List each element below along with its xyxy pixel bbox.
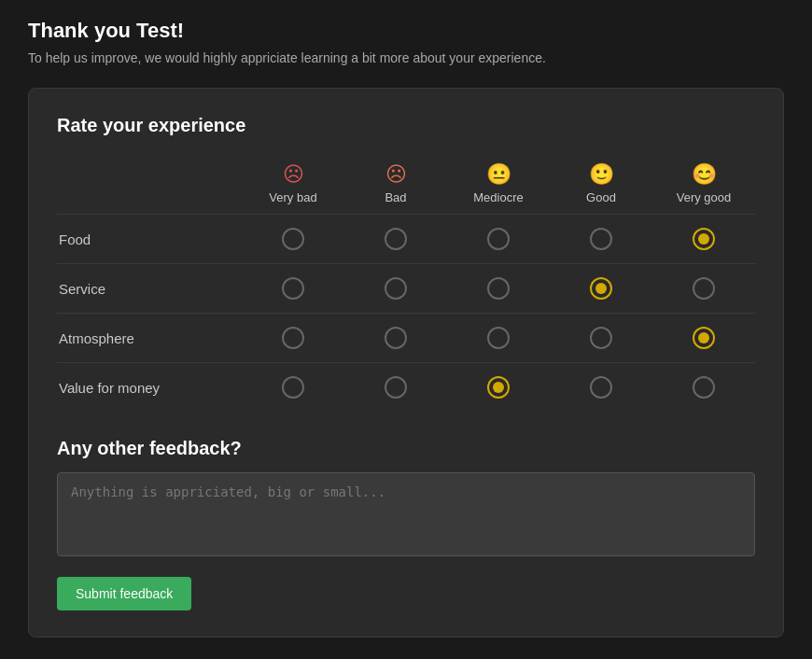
radio-service-mediocre[interactable] <box>487 277 510 300</box>
cell-food-very-good[interactable] <box>652 215 755 264</box>
radio-atmosphere-very-good[interactable] <box>693 327 715 349</box>
row-label-service: Service <box>57 264 242 314</box>
cell-value-for-money-good[interactable] <box>550 363 652 413</box>
radio-food-very-bad[interactable] <box>282 228 304 250</box>
cell-atmosphere-very-good[interactable] <box>652 314 755 363</box>
radio-service-bad[interactable] <box>385 277 407 300</box>
cell-value-for-money-very-good[interactable] <box>652 363 755 413</box>
radio-service-very-bad[interactable] <box>282 277 304 300</box>
cell-value-for-money-bad[interactable] <box>344 363 447 413</box>
radio-value-for-money-good[interactable] <box>590 376 612 399</box>
radio-atmosphere-mediocre[interactable] <box>487 327 510 349</box>
row-atmosphere: Atmosphere <box>57 314 755 363</box>
emoji-very-bad-icon: ☹ <box>242 162 344 187</box>
column-header-very-good: 😊Very good <box>652 162 755 215</box>
row-label-value-for-money: Value for money <box>57 363 242 413</box>
row-value-for-money: Value for money <box>57 363 755 413</box>
cell-value-for-money-very-bad[interactable] <box>242 363 344 413</box>
category-header <box>57 162 242 215</box>
cell-service-very-good[interactable] <box>652 264 755 314</box>
radio-value-for-money-very-good[interactable] <box>693 376 715 399</box>
radio-service-very-good[interactable] <box>693 277 715 300</box>
cell-food-very-bad[interactable] <box>242 215 344 264</box>
cell-atmosphere-good[interactable] <box>550 314 652 363</box>
column-label-very-bad: Very bad <box>269 190 316 204</box>
row-food: Food <box>57 215 755 264</box>
radio-food-good[interactable] <box>590 228 612 250</box>
radio-atmosphere-bad[interactable] <box>385 327 407 349</box>
radio-food-very-good[interactable] <box>693 228 715 250</box>
column-label-good: Good <box>586 190 616 204</box>
row-label-food: Food <box>57 215 242 264</box>
emoji-bad-icon: ☹ <box>344 162 447 187</box>
row-service: Service <box>57 264 755 314</box>
cell-food-bad[interactable] <box>344 215 447 264</box>
column-header-very-bad: ☹Very bad <box>242 162 344 215</box>
radio-atmosphere-very-bad[interactable] <box>282 327 304 349</box>
radio-value-for-money-bad[interactable] <box>385 376 407 399</box>
cell-service-bad[interactable] <box>344 264 447 314</box>
page-subtitle: To help us improve, we would highly appr… <box>28 50 784 65</box>
page-title: Thank you Test! <box>28 19 784 43</box>
cell-service-good[interactable] <box>550 264 652 314</box>
emoji-good-icon: 🙂 <box>550 162 652 187</box>
cell-atmosphere-very-bad[interactable] <box>242 314 344 363</box>
radio-service-good[interactable] <box>590 277 612 300</box>
cell-service-very-bad[interactable] <box>242 264 344 314</box>
feedback-section: Any other feedback? Submit feedback <box>57 438 755 610</box>
cell-service-mediocre[interactable] <box>447 264 550 314</box>
submit-button[interactable]: Submit feedback <box>57 577 191 610</box>
emoji-very-good-icon: 😊 <box>652 162 755 187</box>
column-label-very-good: Very good <box>677 190 732 204</box>
rating-table: ☹Very bad☹Bad😐Mediocre🙂Good😊Very good Fo… <box>57 162 755 412</box>
column-header-mediocre: 😐Mediocre <box>447 162 550 215</box>
rating-card: Rate your experience ☹Very bad☹Bad😐Medio… <box>28 88 784 638</box>
cell-atmosphere-mediocre[interactable] <box>447 314 550 363</box>
row-label-atmosphere: Atmosphere <box>57 314 242 363</box>
column-label-mediocre: Mediocre <box>473 190 523 204</box>
cell-food-good[interactable] <box>550 215 652 264</box>
column-header-bad: ☹Bad <box>344 162 447 215</box>
column-label-bad: Bad <box>385 190 406 204</box>
radio-food-bad[interactable] <box>385 228 407 250</box>
feedback-title: Any other feedback? <box>57 438 755 459</box>
radio-value-for-money-mediocre[interactable] <box>487 376 510 399</box>
card-title: Rate your experience <box>57 115 755 136</box>
radio-food-mediocre[interactable] <box>487 228 510 250</box>
cell-atmosphere-bad[interactable] <box>344 314 447 363</box>
cell-value-for-money-mediocre[interactable] <box>447 363 550 413</box>
radio-atmosphere-good[interactable] <box>590 327 612 349</box>
cell-food-mediocre[interactable] <box>447 215 550 264</box>
radio-value-for-money-very-bad[interactable] <box>282 376 304 399</box>
emoji-mediocre-icon: 😐 <box>447 162 550 187</box>
column-header-good: 🙂Good <box>550 162 652 215</box>
feedback-textarea[interactable] <box>57 472 755 556</box>
